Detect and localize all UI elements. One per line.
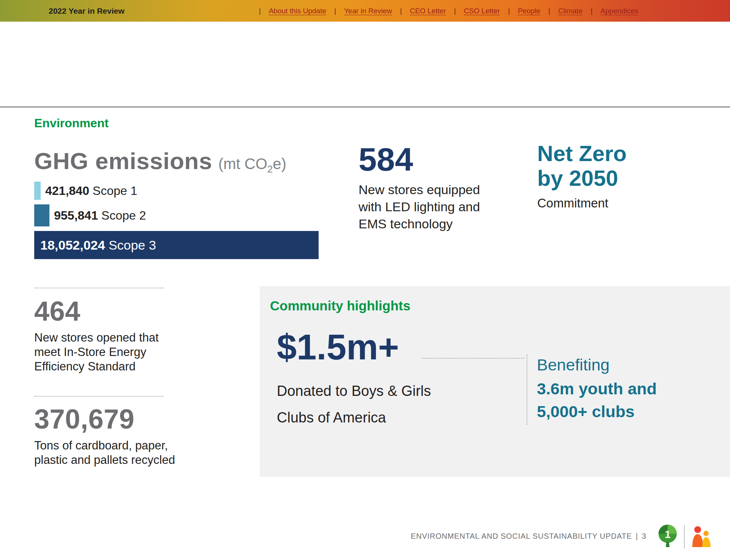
nav-separator: |	[259, 7, 261, 15]
nav-link-cso-letter[interactable]: CSO Letter	[464, 7, 500, 15]
stat-led-stores: 584 New stores equipped with LED lightin…	[359, 141, 511, 233]
dotted-separator	[34, 396, 163, 397]
dollar-tree-logo-icon: 1	[656, 524, 679, 550]
dotted-separator	[34, 288, 163, 288]
ghg-bar-scope1	[34, 182, 41, 200]
nav-links: | About this Update | Year in Review | C…	[251, 0, 638, 22]
logo-divider	[684, 525, 685, 549]
brand-logos: 1	[656, 524, 713, 550]
section-label-environment: Environment	[34, 116, 109, 130]
ghg-bar-label-scope2: 955,841 Scope 2	[54, 209, 146, 223]
nav-link-ceo-letter[interactable]: CEO Letter	[410, 7, 446, 15]
dotted-connector	[422, 358, 525, 359]
nav-separator: |	[334, 7, 336, 15]
net-zero-subtitle: Commitment	[537, 196, 627, 210]
stat-efficient-stores-value: 464	[34, 296, 198, 327]
nav-link-about-this-update[interactable]: About this Update	[269, 7, 326, 15]
nav-separator: |	[508, 7, 510, 15]
benefit-block: Benefiting 3.6m youth and 5,000+ clubs	[537, 356, 657, 423]
ghg-bar-row-scope3: 18,052,024 Scope 3	[34, 231, 323, 259]
footer-separator: |	[636, 532, 638, 540]
donation-description: Donated to Boys & Girls Clubs of America	[277, 378, 431, 431]
stat-recycled: 370,679 Tons of cardboard, paper, plasti…	[34, 403, 213, 467]
nav-separator: |	[454, 7, 456, 15]
family-dollar-logo-icon	[689, 524, 713, 550]
net-zero-commitment: Net Zero by 2050 Commitment	[537, 141, 627, 210]
ghg-bar-chart: 421,840 Scope 1 955,841 Scope 2 18,052,0…	[34, 182, 323, 259]
ghg-bar-scope3: 18,052,024 Scope 3	[34, 231, 319, 259]
stat-efficient-stores-description: New stores opened that meet In-Store Ene…	[34, 331, 198, 373]
horizontal-divider	[0, 106, 730, 108]
vertical-dotted-divider	[527, 354, 527, 425]
donation-value: $1.5m+	[277, 327, 399, 368]
stat-led-description: New stores equipped with LED lighting an…	[359, 181, 511, 233]
svg-text:1: 1	[665, 528, 671, 540]
ghg-bar-row-scope1: 421,840 Scope 1	[34, 182, 323, 200]
stat-efficient-stores: 464 New stores opened that meet In-Store…	[34, 296, 198, 373]
page-number: 3	[642, 532, 646, 540]
top-nav-bar: 2022 Year in Review | About this Update …	[0, 0, 730, 22]
nav-separator: |	[590, 7, 592, 15]
ghg-bar-label-scope3: 18,052,024 Scope 3	[40, 238, 156, 253]
nav-link-year-in-review[interactable]: Year in Review	[344, 7, 392, 15]
benefit-label: Benefiting	[537, 356, 657, 374]
community-highlights-heading: Community highlights	[270, 298, 410, 313]
nav-separator: |	[548, 7, 550, 15]
report-title: 2022 Year in Review	[49, 0, 124, 22]
ghg-bar-scope2	[34, 204, 49, 226]
nav-link-people[interactable]: People	[518, 7, 540, 15]
ghg-heading-text: GHG emissions	[34, 147, 212, 174]
nav-separator: |	[400, 7, 402, 15]
footer-text: ENVIRONMENTAL AND SOCIAL SUSTAINABILITY …	[0, 532, 646, 541]
ghg-unit-label: (mt CO2e)	[218, 155, 286, 175]
stat-recycled-description: Tons of cardboard, paper, plastic and pa…	[34, 438, 213, 467]
stat-led-value: 584	[359, 141, 511, 178]
ghg-bar-label-scope1: 421,840 Scope 1	[45, 184, 137, 198]
nav-link-climate[interactable]: Climate	[558, 7, 582, 15]
stat-recycled-value: 370,679	[34, 403, 213, 435]
nav-link-appendices[interactable]: Appendices	[600, 7, 638, 15]
ghg-emissions-heading: GHG emissions (mt CO2e)	[34, 147, 286, 175]
ghg-bar-row-scope2: 955,841 Scope 2	[34, 204, 323, 226]
net-zero-title: Net Zero by 2050	[537, 141, 627, 191]
benefit-detail: 3.6m youth and 5,000+ clubs	[537, 377, 657, 423]
report-page: 2022 Year in Review | About this Update …	[0, 0, 730, 560]
